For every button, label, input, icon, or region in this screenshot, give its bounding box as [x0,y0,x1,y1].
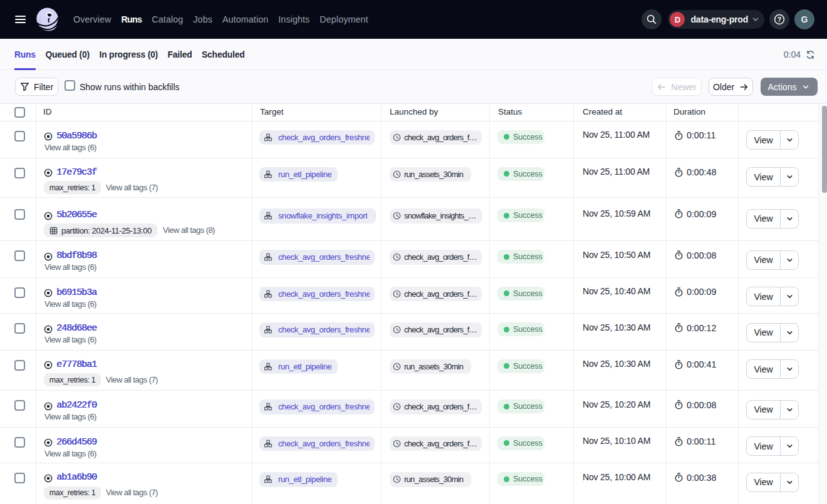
svg-text:?: ? [778,16,781,23]
